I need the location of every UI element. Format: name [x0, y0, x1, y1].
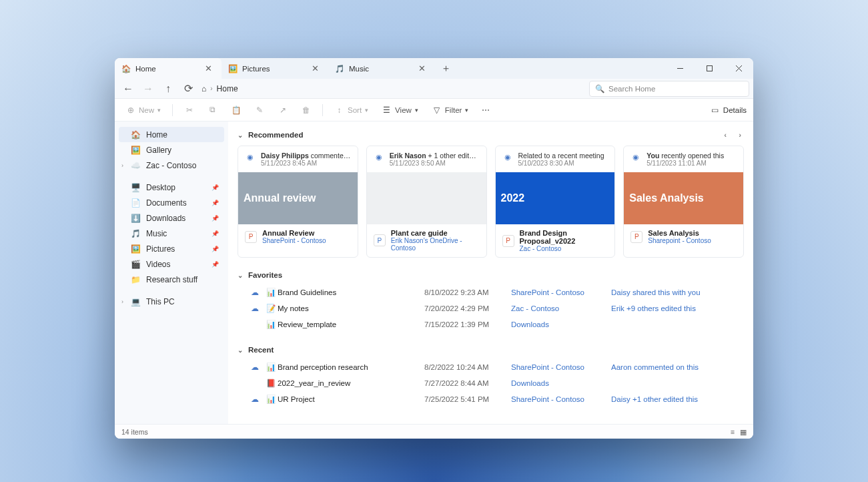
share-button[interactable]: ↗ — [274, 103, 292, 117]
file-type-icon: 📊 — [264, 288, 278, 297]
refresh-button[interactable]: ⟳ — [179, 80, 197, 97]
delete-button[interactable]: 🗑 — [297, 103, 315, 117]
file-location: Zac - Contoso — [511, 304, 611, 312]
status-bar: 14 items ≡ ▦ — [115, 424, 753, 439]
details-button[interactable]: ▭Details — [710, 105, 747, 115]
file-row[interactable]: 📊Review_template7/15/2022 1:39 PMDownloa… — [238, 316, 744, 332]
file-row[interactable]: ☁📊UR Project7/25/2022 5:41 PMSharePoint … — [238, 391, 744, 407]
section-recent-header[interactable]: ⌄ Recent — [238, 342, 744, 359]
sidebar-item-videos[interactable]: 🎬Videos📌 — [119, 256, 224, 272]
add-tab-button[interactable]: ＋ — [435, 58, 456, 79]
card-thumbnail: Annual review — [238, 172, 358, 224]
breadcrumb[interactable]: ⌂ › Home — [199, 84, 238, 93]
file-location: SharePoint - Contoso — [511, 395, 611, 403]
search-icon: 🔍 — [595, 84, 604, 93]
sidebar-item-label: Zac - Contoso — [146, 161, 196, 170]
section-recommended-header[interactable]: ⌄ Recommended ‹ › — [238, 126, 744, 146]
file-row[interactable]: ☁📊Brand Guidelines8/10/2022 9:23 AMShare… — [238, 284, 744, 300]
carousel-next-button[interactable]: › — [736, 130, 744, 140]
card-footer: PBrand Design Proposal_v2022Zac - Contos… — [496, 224, 615, 257]
grid-view-icon[interactable]: ▦ — [740, 428, 747, 436]
activity-date: 5/11/2023 8:50 AM — [390, 160, 480, 167]
search-input[interactable]: 🔍 Search Home — [589, 81, 749, 97]
file-activity: Aaron commented on this — [611, 363, 699, 371]
chevron-down-icon[interactable]: ⌄ — [238, 132, 243, 139]
sidebar-item-downloads[interactable]: ⬇️Downloads📌 — [119, 210, 224, 226]
sidebar-item-desktop[interactable]: 🖥️Desktop📌 — [119, 180, 224, 195]
minimize-button[interactable] — [665, 58, 695, 79]
window-controls — [665, 58, 753, 79]
back-button[interactable]: ← — [119, 80, 137, 97]
paste-button[interactable]: 📋 — [227, 103, 245, 117]
chevron-down-icon[interactable]: ⌄ — [238, 346, 243, 354]
more-button[interactable]: ⋯ — [478, 103, 494, 117]
sidebar-item-documents[interactable]: 📄Documents📌 — [119, 195, 224, 210]
view-button[interactable]: ☰View▾ — [378, 103, 422, 117]
sidebar-item-gallery[interactable]: 🖼️Gallery — [119, 142, 224, 158]
sidebar-item-research-stuff[interactable]: 📁Research stuff — [119, 272, 224, 287]
file-name: UR Project — [278, 395, 424, 403]
activity-date: 5/11/2023 11:01 AM — [646, 160, 724, 167]
close-tab-icon[interactable]: ✕ — [202, 63, 215, 74]
navbar: ← → ↑ ⟳ ⌂ › Home 🔍 Search Home — [115, 79, 753, 99]
music-icon: 🎵 — [131, 228, 141, 238]
copy-button[interactable]: ⧉ — [203, 103, 222, 117]
card-header: ◉Related to a recent meeting5/10/2023 8:… — [496, 146, 615, 172]
close-tab-icon[interactable]: ✕ — [416, 63, 428, 74]
tab-label: Music — [349, 65, 369, 73]
activity-icon: ◉ — [374, 152, 384, 162]
maximize-button[interactable] — [695, 58, 724, 79]
path-location: Home — [217, 84, 238, 93]
file-location: SharePoint - Contoso — [511, 363, 611, 371]
activity-text: Related to a recent meeting — [518, 152, 604, 160]
up-button[interactable]: ↑ — [159, 80, 177, 97]
pin-icon: 📌 — [211, 246, 219, 252]
file-type-icon: P — [502, 235, 514, 247]
card-header: ◉You recently opened this5/11/2023 11:01… — [624, 146, 743, 172]
cut-button[interactable]: ✂ — [180, 103, 198, 117]
sort-button[interactable]: ↕Sort▾ — [330, 103, 372, 117]
file-row[interactable]: ☁📝My notes7/20/2022 4:29 PMZac - Contoso… — [238, 300, 744, 316]
chevron-down-icon: ▾ — [365, 107, 368, 113]
card-thumbnail: Sales Analysis — [624, 172, 743, 224]
forward-button[interactable]: → — [139, 80, 157, 97]
sidebar-item-pictures[interactable]: 🖼️Pictures📌 — [119, 241, 224, 256]
home-icon: 🏠 — [121, 64, 131, 73]
sidebar-item-label: Gallery — [146, 146, 171, 155]
close-window-button[interactable] — [724, 58, 753, 79]
card-header: ◉Daisy Philipps commented on...5/11/2023… — [238, 146, 358, 172]
file-type-icon: P — [630, 231, 642, 243]
sidebar: 🏠Home🖼️Gallery›☁️Zac - Contoso 🖥️Desktop… — [115, 122, 228, 424]
sidebar-item-music[interactable]: 🎵Music📌 — [119, 226, 224, 241]
section-favorites-header[interactable]: ⌄ Favorites — [238, 267, 744, 284]
rename-button[interactable]: ✎ — [250, 103, 268, 117]
file-row[interactable]: 📕2022_year_in_review7/27/2022 8:44 AMDow… — [238, 375, 744, 391]
recommended-card[interactable]: ◉Related to a recent meeting5/10/2023 8:… — [495, 146, 616, 258]
close-tab-icon[interactable]: ✕ — [309, 63, 322, 74]
file-date: 7/20/2022 4:29 PM — [424, 304, 511, 312]
sidebar-item-this-pc[interactable]: ›💻This PC — [119, 294, 224, 309]
chevron-down-icon[interactable]: ⌄ — [238, 272, 243, 279]
tab-music[interactable]: 🎵 Music ✕ — [328, 58, 435, 79]
file-location: SharePoint - Contoso — [511, 288, 611, 296]
tab-pictures[interactable]: 🖼️ Pictures ✕ — [222, 58, 328, 79]
new-button[interactable]: ⊕New▾ — [121, 103, 165, 117]
activity-text: Erik Nason + 1 other edited this — [390, 152, 480, 160]
chevron-down-icon: ▾ — [415, 107, 418, 113]
recommended-card[interactable]: ◉You recently opened this5/11/2023 11:01… — [623, 146, 744, 258]
filter-button[interactable]: ▽Filter▾ — [428, 103, 473, 117]
recommended-card[interactable]: ◉Erik Nason + 1 other edited this5/11/20… — [366, 146, 487, 258]
cloud-status-icon: ☁ — [251, 288, 264, 297]
pictures-icon: 🖼️ — [228, 64, 238, 73]
documents-icon: 📄 — [131, 198, 141, 208]
sidebar-item-zac-contoso[interactable]: ›☁️Zac - Contoso — [119, 158, 224, 173]
cloud-status-icon: ☁ — [251, 395, 264, 404]
sidebar-item-home[interactable]: 🏠Home — [119, 127, 224, 142]
list-view-icon[interactable]: ≡ — [731, 428, 735, 436]
recommended-card[interactable]: ◉Daisy Philipps commented on...5/11/2023… — [238, 146, 358, 258]
sidebar-item-label: This PC — [146, 297, 175, 306]
tab-home[interactable]: 🏠 Home ✕ — [115, 58, 222, 79]
pc-icon: 💻 — [131, 296, 141, 306]
file-row[interactable]: ☁📊Brand perception research8/2/2022 10:2… — [238, 359, 744, 375]
carousel-prev-button[interactable]: ‹ — [721, 130, 729, 140]
